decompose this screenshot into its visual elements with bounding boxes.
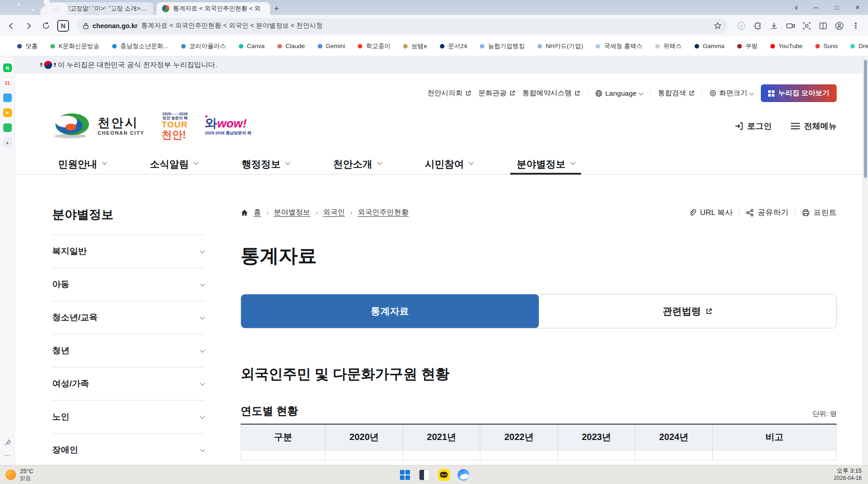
- sidebar-item[interactable]: 장애인: [52, 434, 204, 464]
- bookmark-item[interactable]: 문서24: [435, 39, 472, 53]
- sidebar-tool-icon[interactable]: [3, 93, 12, 102]
- sidebar-item[interactable]: 청년: [52, 334, 204, 367]
- whale-browser-icon[interactable]: [457, 469, 469, 481]
- sidebar-item-label: 복지일반: [52, 245, 87, 257]
- sidebar-tool-icon[interactable]: [3, 123, 12, 132]
- bookmark-item[interactable]: 쿠팡: [733, 39, 762, 53]
- main-nav-item[interactable]: 시민참여: [425, 157, 473, 174]
- utility-link[interactable]: 문화관광: [478, 88, 515, 98]
- taskbar: 25°C 맑음 TALK 오후 3:15 2026-04-16: [0, 465, 868, 484]
- url-copy-button[interactable]: URL 복사: [688, 207, 733, 218]
- main-nav-label: 민원안내: [58, 157, 97, 171]
- bookmark-item[interactable]: Suno: [811, 39, 843, 53]
- login-button[interactable]: 로그인: [735, 121, 772, 132]
- back-button[interactable]: [4, 18, 19, 34]
- new-tab-button[interactable]: +: [270, 2, 283, 15]
- main-nav-item[interactable]: 민원안내: [58, 157, 106, 174]
- cheonan-city-logo[interactable]: 천안시 CHEONAN CITY: [52, 112, 144, 141]
- split-view-icon[interactable]: [815, 18, 831, 34]
- bookmark-item[interactable]: 닷홈: [13, 39, 42, 53]
- share-icon: [746, 209, 754, 217]
- sidebar-tool-icon[interactable]: +: [3, 138, 12, 147]
- breadcrumb-link[interactable]: 외국인주민현황: [358, 208, 409, 217]
- download-icon[interactable]: [766, 18, 782, 34]
- bookmark-item[interactable]: Dreamina: [846, 39, 868, 53]
- chevron-down-icon: [200, 347, 205, 352]
- bookmark-item[interactable]: 농협기업뱅킹: [475, 39, 529, 53]
- bookmark-item[interactable]: Gemini: [313, 39, 350, 53]
- minimize-button[interactable]: ─: [805, 0, 826, 15]
- naver-toolbar-icon[interactable]: N: [55, 18, 71, 34]
- file-explorer-icon[interactable]: [418, 469, 430, 481]
- utility-link[interactable]: 통합예약시스템: [523, 88, 581, 98]
- breadcrumb-home[interactable]: 홈: [254, 208, 261, 217]
- translate-icon[interactable]: [734, 18, 749, 34]
- video-camera-icon[interactable]: [783, 18, 798, 34]
- bookmark-star-icon[interactable]: [714, 22, 722, 30]
- pin-icon[interactable]: [4, 439, 11, 446]
- forward-button[interactable]: [21, 18, 36, 34]
- bookmark-item[interactable]: Claude: [273, 39, 310, 53]
- site-search-link[interactable]: 통합검색: [658, 88, 695, 98]
- print-button[interactable]: 프린트: [802, 207, 837, 218]
- bookmark-item[interactable]: 학교종이: [353, 39, 395, 53]
- bookmark-item[interactable]: 코리아플러스: [177, 39, 231, 53]
- language-menu[interactable]: Language: [595, 89, 643, 98]
- tab-related-law[interactable]: 관련법령: [539, 294, 837, 328]
- sidebar-item[interactable]: 청소년/교육: [52, 301, 204, 334]
- bookmark-item[interactable]: 보탬e: [399, 39, 432, 53]
- sidebar-tool-icon[interactable]: ★: [3, 108, 12, 117]
- lock-icon: [83, 22, 89, 29]
- utility-link[interactable]: 천안시의회: [427, 88, 471, 98]
- main-content: 홈 › 분야별정보 › 외국인 › 외국인주민현황 URL 복사: [241, 175, 837, 464]
- sidebar-item[interactable]: 여성/가족: [52, 367, 204, 401]
- all-menu-button[interactable]: 전체메뉴: [791, 121, 837, 132]
- table-column-header: 2023년: [557, 424, 635, 450]
- bookmark-item[interactable]: 국세청 홈택스: [591, 39, 647, 53]
- main-nav-item[interactable]: 천안소개: [333, 157, 381, 174]
- bookmark-item[interactable]: Canva: [234, 39, 269, 53]
- close-button[interactable]: ✕: [847, 0, 868, 15]
- bookmark-item[interactable]: Gamma: [690, 39, 729, 53]
- browser-tab[interactable]: 내고장알리미>내고장 소개>행정: [48, 2, 153, 15]
- sidebar-item[interactable]: 노인: [52, 401, 204, 434]
- taskbar-clock[interactable]: 오후 3:15 2026-04-16: [834, 467, 862, 482]
- browser-menu-icon[interactable]: ⋮: [848, 18, 863, 34]
- bookmark-item[interactable]: K문화신문방송: [46, 39, 104, 53]
- windows-start-button[interactable]: [399, 469, 411, 481]
- scrollbar-thumb[interactable]: [864, 60, 867, 178]
- main-nav-item[interactable]: 분야별정보: [517, 157, 575, 174]
- share-button[interactable]: 공유하기: [746, 207, 789, 218]
- sidebar-item[interactable]: 아동: [52, 268, 204, 301]
- main-nav-item[interactable]: 행정정보: [242, 157, 290, 174]
- sidebar-item[interactable]: 복지일반: [52, 235, 204, 268]
- bookmark-favicon: [737, 44, 742, 49]
- breadcrumb-link[interactable]: 외국인: [323, 208, 345, 217]
- table-column-header: 2024년: [635, 424, 713, 450]
- sidebar-tool-icon[interactable]: N: [3, 64, 12, 72]
- browser-tab-active[interactable]: 통계자료 < 외국인주민현황 < 외: [157, 2, 270, 15]
- bookmark-item[interactable]: 충남청소년문화...: [108, 39, 173, 53]
- bookmark-item[interactable]: 위택스: [651, 39, 686, 53]
- maximize-button[interactable]: □: [826, 0, 847, 15]
- taskbar-weather[interactable]: 25°C 맑음: [5, 468, 33, 482]
- reload-button[interactable]: [38, 18, 54, 34]
- bookmark-item[interactable]: NH카드(기업): [533, 39, 588, 53]
- bookmark-item[interactable]: YouTube: [766, 39, 807, 53]
- profile-icon[interactable]: [832, 18, 847, 34]
- main-nav-item[interactable]: 소식알림: [150, 157, 198, 174]
- tab-search-icon[interactable]: ∨: [787, 0, 805, 15]
- capture-icon[interactable]: [799, 18, 814, 34]
- sidebar-more-icon[interactable]: ⋯: [4, 451, 10, 459]
- screen-size-menu[interactable]: 화면크기: [710, 88, 754, 98]
- sidebar-tool-icon[interactable]: 31: [3, 78, 12, 87]
- tab-statistics[interactable]: 통계자료: [241, 294, 539, 328]
- zoom-lens-icon: [710, 90, 716, 97]
- address-bar[interactable]: cheonan.go.kr 통계자료 < 외국인주민현황 < 외국인 < 분야별…: [77, 18, 727, 34]
- cheonan-emblem-icon: [52, 112, 91, 141]
- kakaotalk-icon[interactable]: TALK: [438, 469, 450, 481]
- extensions-puzzle-icon[interactable]: [750, 18, 765, 34]
- nurijip-collection-button[interactable]: 누리집 모아보기: [761, 84, 837, 102]
- page-scrollbar[interactable]: [863, 56, 868, 465]
- breadcrumb-link[interactable]: 분야별정보: [274, 208, 310, 217]
